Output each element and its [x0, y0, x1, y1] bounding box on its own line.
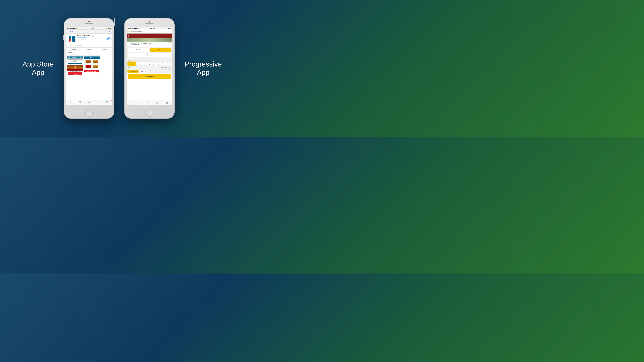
left-app-tabs: Details Reviews Related [66, 48, 112, 51]
right-time-mode: 12/24 Hr Mode [161, 67, 171, 68]
right-browser-back-icon[interactable]: ‹ [131, 102, 132, 104]
left-back-button[interactable]: ‹ Search [68, 30, 73, 32]
right-browser-forward-icon[interactable]: › [139, 102, 140, 104]
phone-left-side-btn-2 [114, 18, 115, 26]
right-refresh-icon[interactable]: ↻ [168, 30, 170, 32]
right-date-thu[interactable]: THU 31 [136, 61, 145, 66]
right-delivery-button[interactable]: Delivery [128, 53, 171, 57]
left-app-developer[interactable]: Domino's Pizza LLC [77, 37, 106, 38]
right-time-label: Time [128, 67, 130, 68]
left-ss-question: Is this order for delivery or carryout? [68, 70, 83, 72]
left-ss-menu-grid: Pizzas Pastas Drinks Sides [84, 59, 99, 70]
right-time-mode-toggle[interactable] [168, 67, 171, 68]
right-carrier: Messages [128, 28, 133, 29]
left-tabbar-categories-label: Categories [78, 104, 82, 105]
left-carrier: Messages [67, 28, 73, 29]
left-ss-header: WELCOME BACK, JOHN! [68, 56, 83, 58]
left-tabbar-updates[interactable]: ⊞ 137 Updates [103, 100, 112, 105]
left-screenshot-home: Verizon ●●●● 3:33 PM 96% WELCOME BACK, J… [67, 55, 83, 77]
phone-right-home-button[interactable] [146, 109, 153, 116]
phone-left: Messages 📶 9:41 AM ↑ 🔋 100% ‹ Search [64, 18, 114, 119]
left-categories-icon: ⊟ [79, 101, 81, 103]
right-date-sun[interactable]: SUN 3 [163, 61, 172, 66]
right-map-area: Google Map data ©2017 Google Terms of Us… [126, 38, 172, 41]
left-label: App Store App [22, 60, 54, 77]
right-asap-time-button[interactable]: ASAP 08:21 PM [128, 70, 138, 73]
svg-point-11 [73, 39, 73, 39]
left-updates-icon: ⊞ [106, 101, 108, 103]
left-top-charts-icon: ≡ [88, 101, 90, 103]
left-iphone-label: iPhone [66, 51, 112, 54]
right-bt-icon: 🔋 [166, 28, 168, 29]
left-ss-carryout-btn[interactable]: 🏠 CARRYOUT [68, 74, 82, 75]
phone-right-side-btn-2 [174, 18, 175, 26]
left-download-button[interactable] [107, 37, 110, 40]
left-ss-build-btn[interactable]: BUILD YOUR OWN PIZZA [84, 70, 99, 72]
left-tabbar-search-label: Search [96, 104, 100, 105]
left-tabbar-categories[interactable]: ⊟ Categories [75, 100, 84, 105]
left-tabbar-featured[interactable]: ☆ Featured [66, 100, 75, 105]
left-ss-pizza-image: 🍕 [68, 65, 83, 70]
right-signal [134, 28, 138, 29]
right-red-header: ‹ [126, 33, 172, 38]
left-apple-watch-label: Offers Apple Watch App [70, 45, 82, 46]
left-tabbar-featured-label: Featured [69, 104, 72, 105]
right-time-buttons: ASAP 08:21 PM 08:41 PM [126, 69, 172, 73]
left-age-rating: 4+ [92, 35, 94, 36]
left-tab-reviews[interactable]: Reviews [81, 48, 96, 51]
left-ss-menu-pizza: Pizzas [84, 59, 92, 64]
left-ss-delivery-btn[interactable]: 🚗 DELIVERY [68, 72, 82, 74]
left-tab-related[interactable]: Related [96, 48, 112, 51]
left-tabbar-search[interactable]: ⌕ Search [94, 100, 103, 105]
left-app-icon [68, 35, 76, 43]
left-back-label: Search [68, 31, 73, 32]
left-wifi-icon: 📶 [78, 28, 79, 29]
right-label: Progressive App [185, 60, 222, 77]
right-takeout-button[interactable]: Takeout [150, 48, 171, 52]
right-status-bar: Messages 📶 9:41 AM ↑ 🔋 100% [126, 27, 172, 29]
left-search-icon: ⌕ [98, 101, 99, 103]
left-share-icon[interactable]: ⬆ [109, 30, 110, 33]
right-url-bar[interactable]: 🔒 webapp.mobileappco.org ↻ [128, 30, 172, 33]
right-date-label: Date [126, 59, 172, 61]
phone-right-camera [149, 21, 150, 22]
right-back-button[interactable]: ‹ [128, 34, 129, 37]
left-tabbar-top-charts[interactable]: ≡ Top Charts [84, 100, 94, 105]
left-screenshot-menu: Verizon 3:34 PM Menu Pizzas Pastas [84, 55, 100, 77]
right-date-today[interactable]: Today 30 [128, 61, 136, 66]
right-date-fri[interactable]: FRI 1 [145, 61, 154, 66]
right-battery: 100% [168, 28, 171, 29]
right-address-bar: 📍 5250 Murphy Canyon Road San Diego CA 9… [126, 41, 172, 47]
right-browser-bar: ‹ › ⬆ 📖 ⧉ [126, 100, 172, 105]
right-date-sat[interactable]: SAT 2 [154, 61, 162, 66]
phone-right-screen: Messages 📶 9:41 AM ↑ 🔋 100% 🔒 webapp [126, 27, 172, 105]
left-tab-details[interactable]: Details [66, 48, 82, 51]
left-location-icon: ↑ [105, 28, 106, 29]
left-tabbar-updates-label: Updates [106, 104, 109, 105]
phone-left-speaker [85, 23, 93, 24]
right-browser-tabs-icon[interactable]: ⧉ [166, 102, 168, 104]
right-next-time-button[interactable]: 08:41 PM [139, 70, 147, 73]
svg-point-9 [72, 37, 72, 37]
left-ss-pasta-thumb [93, 60, 98, 63]
svg-point-10 [74, 37, 74, 37]
right-browser-bookmarks-icon[interactable]: 📖 [156, 102, 159, 104]
right-map-credit: Map data ©2017 Google Terms of Use [159, 39, 172, 40]
left-ss-promo: Earn points toward FREE PIZZA with Domin… [68, 58, 83, 62]
svg-point-6 [69, 40, 70, 40]
left-status-bar: Messages 📶 9:41 AM ↑ 🔋 100% [66, 27, 112, 29]
right-dine-in-button[interactable]: Dine In [128, 48, 149, 52]
left-ss-sides-thumb [93, 65, 98, 68]
left-ss-arrow: › [68, 63, 82, 64]
left-bt-icon: 🔋 [106, 28, 108, 29]
right-pin-icon: 📍 [128, 42, 130, 46]
svg-point-13 [74, 41, 74, 41]
right-choose-items-button[interactable]: Choose Items [128, 74, 171, 79]
left-stars-icon: ★★★★★ [77, 38, 82, 39]
right-browser-share-icon[interactable]: ⬆ [147, 102, 149, 104]
phone-left-home-button[interactable] [85, 109, 93, 116]
right-address-text: 5250 Murphy Canyon Road San Diego CA 921… [131, 42, 151, 46]
right-location-icon: ↑ [165, 28, 166, 29]
right-toggle-knob [170, 67, 171, 68]
right-share-button[interactable]: ↪ [168, 42, 171, 45]
